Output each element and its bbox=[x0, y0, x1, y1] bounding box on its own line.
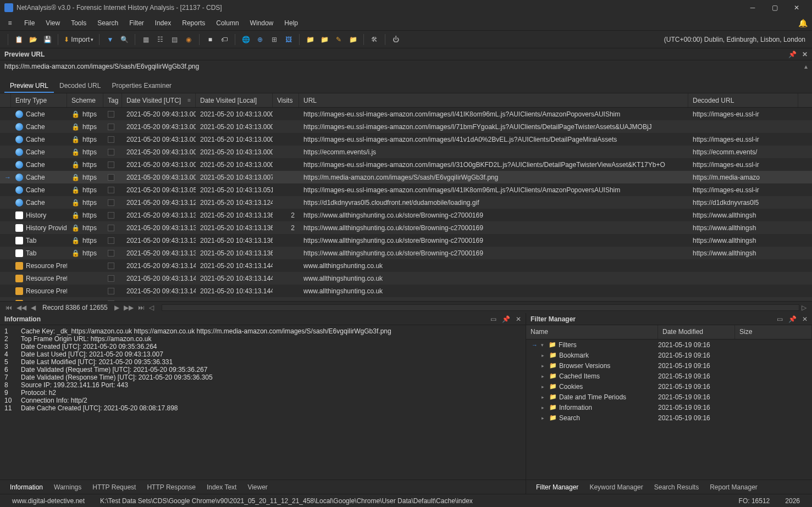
filter-row[interactable]: ▸📁Cookies2021-05-19 09:16 bbox=[526, 381, 812, 392]
table-row[interactable]: Cache🔒https2021-05-20 09:43:13.0002021-0… bbox=[0, 108, 812, 120]
save-icon[interactable]: 💾 bbox=[41, 34, 53, 46]
preview-tab-1[interactable]: Decoded URL bbox=[54, 80, 106, 93]
info-tab-0[interactable]: Information bbox=[4, 481, 48, 493]
folder1-icon[interactable]: 📁 bbox=[304, 34, 316, 46]
table-row[interactable]: History🔒https2021-05-20 09:43:13.1362021… bbox=[0, 209, 812, 221]
tag-icon[interactable]: 🏷 bbox=[218, 34, 230, 46]
nav-next-icon[interactable]: ▶ bbox=[112, 304, 121, 311]
globe-icon[interactable]: 🌐 bbox=[240, 34, 252, 46]
col-url[interactable]: URL bbox=[299, 93, 688, 107]
menu-file[interactable]: File bbox=[19, 19, 40, 27]
col-tag[interactable]: Tag bbox=[103, 93, 122, 107]
cookie-icon[interactable]: ◉ bbox=[183, 34, 195, 46]
filter-row[interactable]: ▸📁Browser Versions2021-05-19 09:16 bbox=[526, 360, 812, 371]
filter-tab-1[interactable]: Keyword Manager bbox=[584, 481, 648, 493]
col-entry-type[interactable]: Entry Type bbox=[11, 93, 67, 107]
table-row[interactable]: Cache🔒https2021-05-20 09:43:13.0512021-0… bbox=[0, 183, 812, 196]
info-tab-1[interactable]: Warnings bbox=[48, 481, 87, 493]
restore-panel-icon[interactable]: ▭ bbox=[490, 315, 496, 323]
layout-icon[interactable]: ▤ bbox=[168, 34, 180, 46]
info-tab-3[interactable]: HTTP Response bbox=[141, 481, 201, 493]
menu-tools[interactable]: Tools bbox=[65, 19, 92, 27]
table-row[interactable]: History Provider🔒https2021-05-20 09:43:1… bbox=[0, 221, 812, 234]
filter-col-date[interactable]: Date Modified bbox=[658, 325, 735, 339]
nav-prev-icon[interactable]: ◀ bbox=[29, 304, 38, 311]
preview-tab-0[interactable]: Preview URL bbox=[4, 80, 54, 93]
menu-filter[interactable]: Filter bbox=[124, 19, 150, 27]
filter-icon[interactable]: ▼ bbox=[104, 34, 116, 46]
table-row[interactable]: Resource Pref…2021-05-20 09:43:13.144202… bbox=[0, 259, 812, 272]
col-visits[interactable]: Visits bbox=[273, 93, 299, 107]
menu-reports[interactable]: Reports bbox=[176, 19, 211, 27]
col-date-visited-utc[interactable]: Date Visited [UTC]≡ bbox=[122, 93, 196, 107]
preview-tab-2[interactable]: Properties Examiner bbox=[106, 80, 177, 93]
edit-icon[interactable]: ✎ bbox=[333, 34, 345, 46]
filter-tab-3[interactable]: Report Manager bbox=[704, 481, 763, 493]
information-text[interactable]: 1Cache Key: _dk_https://amazon.co.uk htt… bbox=[0, 325, 526, 480]
menu-column[interactable]: Column bbox=[211, 19, 244, 27]
nav-left-icon[interactable]: ◁ bbox=[147, 304, 156, 311]
columns-icon[interactable]: ☷ bbox=[154, 34, 166, 46]
col-scheme[interactable]: Scheme bbox=[67, 93, 103, 107]
notifications-icon[interactable]: 🔔 bbox=[798, 19, 808, 27]
filter-tab-2[interactable]: Search Results bbox=[649, 481, 704, 493]
minimize-button[interactable]: ─ bbox=[742, 0, 764, 15]
menu-view[interactable]: View bbox=[40, 19, 65, 27]
search-icon[interactable]: 🔍 bbox=[118, 34, 130, 46]
filter-row[interactable]: ▸📁Search2021-05-19 09:16 bbox=[526, 413, 812, 423]
close-button[interactable]: ✕ bbox=[786, 0, 808, 15]
nav-right-icon[interactable]: ▷ bbox=[799, 304, 809, 311]
close-filter-icon[interactable]: ✕ bbox=[802, 315, 808, 323]
import-button[interactable]: ⬇ Import▾ bbox=[64, 36, 93, 43]
filter-row[interactable]: ▸📁Cached Items2021-05-19 09:16 bbox=[526, 371, 812, 381]
horizontal-scrollbar[interactable] bbox=[162, 304, 799, 311]
hamburger-icon[interactable]: ≡ bbox=[4, 19, 15, 27]
picture-icon[interactable]: 🖼 bbox=[283, 34, 295, 46]
menu-window[interactable]: Window bbox=[245, 19, 279, 27]
nav-last-icon[interactable]: ⏭ bbox=[136, 304, 147, 311]
world-icon[interactable]: ⊕ bbox=[254, 34, 266, 46]
timezone-label[interactable]: (UTC+00:00) Dublin, Edinburgh, Lisbon, L… bbox=[664, 36, 808, 43]
new-from-template-icon[interactable]: 📋 bbox=[13, 34, 25, 46]
table-row[interactable]: Resource Pref…2021-05-20 09:43:13.144202… bbox=[0, 285, 812, 297]
filter-row[interactable]: →▾📁Filters2021-05-19 09:16 bbox=[526, 339, 812, 350]
col-decoded-url[interactable]: Decoded URL bbox=[688, 93, 798, 107]
filter-row[interactable]: ▸📁Date and Time Periods2021-05-19 09:16 bbox=[526, 392, 812, 402]
table-row[interactable]: Cache🔒https2021-05-20 09:43:13.0002021-0… bbox=[0, 120, 812, 133]
pin-filter-icon[interactable]: 📌 bbox=[788, 315, 797, 323]
table-row[interactable]: Cache🔒https2021-05-20 09:43:13.1242021-0… bbox=[0, 196, 812, 209]
info-tab-4[interactable]: Index Text bbox=[201, 481, 242, 493]
table-row[interactable]: →Cache🔒https2021-05-20 09:43:13.0072021-… bbox=[0, 171, 812, 183]
filter-col-name[interactable]: Name bbox=[526, 325, 658, 339]
table-row[interactable]: Resource Pref…2021-05-20 09:43:13.144202… bbox=[0, 297, 812, 301]
grid-body[interactable]: Cache🔒https2021-05-20 09:43:13.0002021-0… bbox=[0, 108, 812, 301]
pin-icon[interactable]: 📌 bbox=[788, 51, 797, 58]
menu-help[interactable]: Help bbox=[279, 19, 303, 27]
grid-icon[interactable]: ▦ bbox=[140, 34, 152, 46]
maximize-button[interactable]: ▢ bbox=[764, 0, 786, 15]
menu-index[interactable]: Index bbox=[150, 19, 176, 27]
tools-icon[interactable]: 🛠 bbox=[368, 34, 380, 46]
power-icon[interactable]: ⏻ bbox=[390, 34, 402, 46]
folder3-icon[interactable]: 📁 bbox=[347, 34, 359, 46]
table-row[interactable]: Resource Pref…2021-05-20 09:43:13.144202… bbox=[0, 272, 812, 285]
restore-filter-icon[interactable]: ▭ bbox=[777, 315, 783, 323]
filter-tab-0[interactable]: Filter Manager bbox=[531, 481, 584, 493]
filter-row[interactable]: ▸📁Bookmark2021-05-19 09:16 bbox=[526, 350, 812, 360]
info-tab-2[interactable]: HTTP Request bbox=[87, 481, 141, 493]
filter-tree[interactable]: →▾📁Filters2021-05-19 09:16▸📁Bookmark2021… bbox=[526, 339, 812, 480]
nav-prevpage-icon[interactable]: ◀◀ bbox=[14, 304, 29, 311]
table-row[interactable]: Tab🔒https2021-05-20 09:43:13.1362021-05-… bbox=[0, 247, 812, 259]
filter-col-size[interactable]: Size bbox=[735, 325, 812, 339]
menu-search[interactable]: Search bbox=[92, 19, 124, 27]
close-panel-icon[interactable]: ✕ bbox=[802, 51, 808, 58]
close-info-icon[interactable]: ✕ bbox=[516, 315, 521, 323]
filter-row[interactable]: ▸📁Information2021-05-19 09:16 bbox=[526, 402, 812, 413]
info-tab-5[interactable]: Viewer bbox=[242, 481, 273, 493]
nav-first-icon[interactable]: ⏮ bbox=[3, 304, 14, 311]
preview-url-text[interactable]: https://m.media-amazon.com/images/S/sash… bbox=[0, 60, 812, 80]
table-row[interactable]: Cache🔒https2021-05-20 09:43:13.0002021-0… bbox=[0, 146, 812, 158]
table-row[interactable]: Cache🔒https2021-05-20 09:43:13.0002021-0… bbox=[0, 133, 812, 146]
pin-panel-icon[interactable]: 📌 bbox=[502, 315, 510, 323]
col-date-visited-local[interactable]: Date Visited [Local] bbox=[196, 93, 273, 107]
